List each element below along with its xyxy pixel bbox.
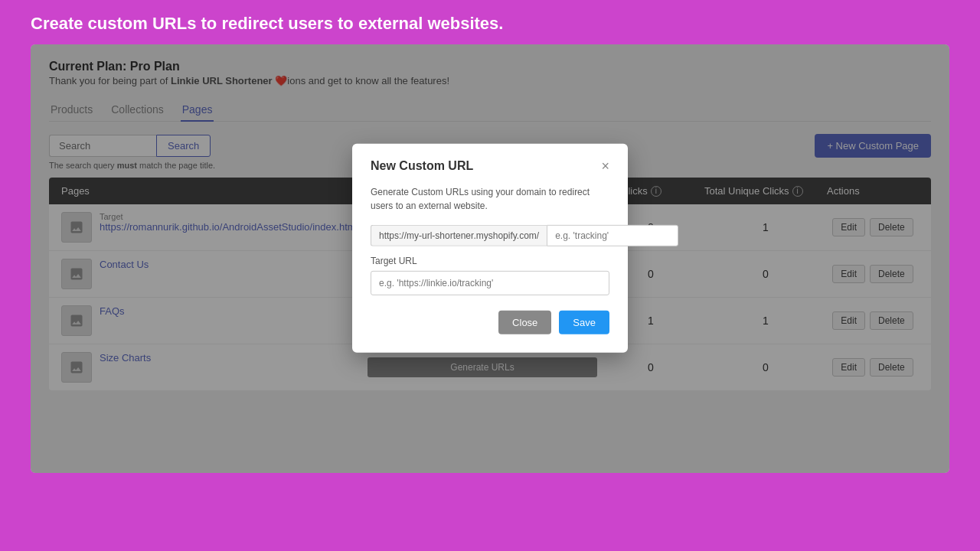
modal-close-btn[interactable]: Close [498,311,551,334]
target-url-input[interactable] [371,271,609,295]
modal-close-button[interactable]: × [601,159,609,173]
main-container: Current Plan: Pro Plan Thank you for bei… [31,44,949,473]
url-suffix-input[interactable] [547,225,678,246]
modal-header: New Custom URL × [371,159,609,173]
modal-description: Generate Custom URLs using your domain t… [371,185,609,213]
target-url-label: Target URL [371,256,609,266]
banner-title: Create custom URLs to redirect users to … [31,14,949,34]
url-input-row: https://my-url-shortener.myshopify.com/ [371,225,609,246]
modal-footer: Close Save [371,311,609,334]
url-prefix: https://my-url-shortener.myshopify.com/ [371,225,547,246]
top-banner: Create custom URLs to redirect users to … [0,0,980,44]
modal-save-btn[interactable]: Save [559,311,609,334]
modal-title: New Custom URL [371,159,473,173]
new-custom-url-modal: New Custom URL × Generate Custom URLs us… [352,144,628,353]
